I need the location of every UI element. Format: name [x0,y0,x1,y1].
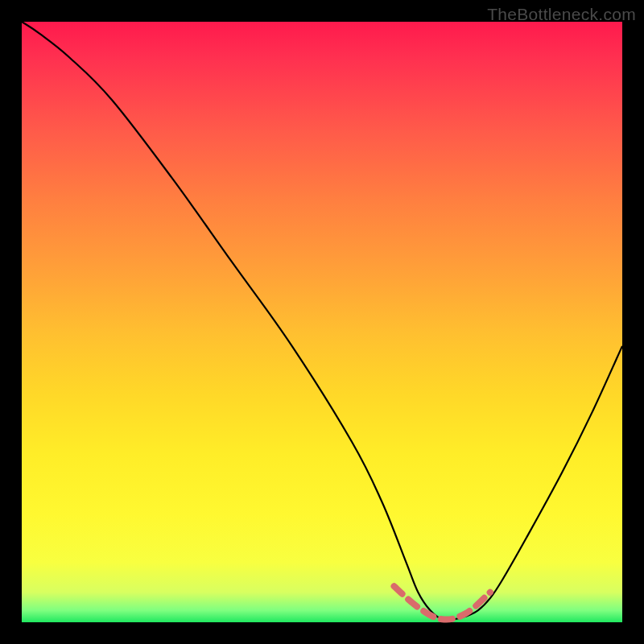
watermark-text: TheBottleneck.com [487,5,636,24]
curve-overlay [22,22,622,622]
highlight-dash [394,586,490,619]
chart-container: TheBottleneck.com [0,0,644,644]
bottleneck-curve [22,22,622,620]
